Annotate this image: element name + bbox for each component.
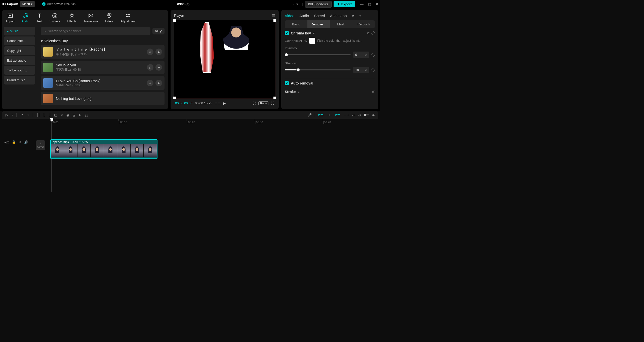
download-button[interactable]: ⬇ [155, 80, 162, 86]
add-button[interactable]: ＋ [155, 64, 162, 71]
chroma-checkbox[interactable]: ✓ [285, 31, 289, 35]
preview-icon[interactable]: ▭ [352, 113, 355, 117]
tab-text[interactable]: Text [36, 13, 43, 23]
keyframe-icon[interactable] [371, 68, 376, 72]
inspector-tab-more[interactable]: A [352, 14, 354, 18]
timeline-ruler[interactable]: 00:00 |00:10 |00:20 |00:30 |00:40 [50, 119, 378, 126]
play-button[interactable]: ▶ [223, 101, 226, 106]
layout-icon[interactable]: ▭▾ [291, 2, 300, 6]
magnet-main-icon[interactable]: ⊏⊐ [318, 113, 324, 117]
close-button[interactable]: ✕ [376, 2, 378, 6]
favorite-button[interactable]: ☆ [147, 80, 153, 86]
inspector-tab-speed[interactable]: Speed [314, 14, 325, 18]
sub-tab-mask[interactable]: Mask [330, 20, 352, 28]
trim-right-tool[interactable]: ⎦ [49, 113, 51, 117]
zoom-out-icon[interactable]: ⊖ [358, 113, 361, 117]
minimize-button[interactable]: — [360, 2, 364, 6]
tab-stickers[interactable]: Stickers [50, 13, 60, 23]
zoom-slider[interactable] [364, 114, 369, 115]
align-icon[interactable]: ⊢⊣ [344, 113, 349, 117]
chevron-down-icon[interactable]: ▾ [313, 31, 315, 35]
rotate-tool[interactable]: ↻ [79, 113, 82, 117]
reset-icon[interactable]: ↺ [372, 90, 375, 94]
inspector-tab-video[interactable]: Video [285, 14, 294, 18]
search-input[interactable]: ⌕ Search songs or artists [41, 27, 150, 35]
undo-button[interactable]: ↶ [20, 113, 23, 117]
track-row[interactable]: Say love you罗艺歆Elsa · 00:38 ☆＋ [41, 61, 165, 74]
frame-step-icon[interactable]: ≣≣ [215, 101, 220, 105]
track-row[interactable]: Nothing but Love (Lofi) [41, 92, 165, 105]
chevron-up-icon[interactable]: ▴ [298, 90, 300, 94]
cover-button[interactable]: ✎ Cover [36, 140, 45, 150]
shadow-slider[interactable] [285, 69, 351, 70]
keyframe-icon[interactable] [371, 31, 376, 35]
clip-thumbnails [51, 144, 157, 157]
tab-audio[interactable]: Audio [22, 13, 29, 23]
sidebar-item-sound-effects[interactable]: Sound effe... [4, 36, 35, 45]
export-button[interactable]: ⬆ Export [334, 1, 355, 7]
favorite-button[interactable]: ☆ [147, 64, 153, 71]
scale-icon[interactable]: ⛶ [253, 101, 256, 105]
overflow-icon[interactable]: » [359, 14, 361, 18]
shortcuts-button[interactable]: ⌨ Shortcuts [305, 1, 332, 8]
text-icon [36, 13, 43, 19]
sidebar-item-extract-audio[interactable]: Extract audio [4, 56, 35, 65]
inspector-tab-animation[interactable]: Animation [330, 14, 347, 18]
visibility-icon[interactable]: 👁 [18, 140, 22, 144]
filter-all-button[interactable]: All ⚲ [152, 28, 165, 34]
keyframe-icon[interactable] [371, 53, 376, 57]
fullscreen-button[interactable]: ⛶ [271, 101, 274, 105]
cursor-tool[interactable]: ▷ [6, 113, 8, 117]
sidebar-item-music[interactable]: ▸ Music [4, 27, 35, 35]
inspector-tab-audio[interactable]: Audio [299, 14, 309, 18]
mute-icon[interactable]: 🔊 [24, 140, 28, 144]
stroke-label: Stroke [285, 90, 296, 94]
split-tool[interactable]: ⎮⎮ [36, 113, 40, 117]
auto-removal-checkbox[interactable]: ✓ [285, 81, 289, 85]
check-icon: ✓ [42, 2, 46, 6]
mic-icon[interactable]: 🎤 [308, 113, 312, 117]
player-menu-icon[interactable]: ☰ [272, 14, 275, 18]
tab-adjustment[interactable]: Adjustment [120, 13, 136, 23]
eyedropper-icon[interactable]: ✎ [304, 39, 307, 43]
sub-tab-remove-bg[interactable]: Remove ... [307, 20, 330, 28]
redo-button[interactable]: ↷ [26, 113, 29, 117]
lock-icon[interactable]: 🔓 [12, 140, 16, 144]
tab-filters[interactable]: Filters [105, 13, 113, 23]
mirror-tool[interactable]: △ [73, 113, 75, 117]
sidebar-item-brand-music[interactable]: Brand music [4, 76, 35, 84]
sidebar-item-copyright[interactable]: Copyright [4, 46, 35, 55]
track-subtitle: Maher Zain · 01:00 [56, 83, 144, 87]
tab-import[interactable]: Import [6, 13, 15, 23]
zoom-in-icon[interactable]: ⊕ [372, 113, 375, 117]
sidebar-item-tiktok-sounds[interactable]: TikTok soun... [4, 66, 35, 75]
link-icon[interactable]: ⊏⊐ [335, 113, 341, 117]
trim-left-tool[interactable]: ⎣ [44, 113, 45, 117]
magnet-icon[interactable]: ⊣⊢ [327, 113, 332, 117]
menu-button[interactable]: Menu ▾ [20, 1, 35, 7]
reset-icon[interactable]: ↺ [367, 31, 370, 35]
maximize-button[interactable]: ▢ [368, 2, 371, 6]
player-viewport[interactable] [174, 20, 275, 98]
tab-transitions[interactable]: Transitions [84, 13, 98, 23]
ratio-button[interactable]: Ratio [258, 101, 268, 105]
chevron-down-icon[interactable]: ▾ [12, 114, 13, 116]
track-row[interactable]: Ｖａｌｅｎｔｉｎｅ【Redone】幸子小姐拜托了 · 03:15 ☆⬇ [41, 45, 165, 59]
reverse-tool[interactable]: ◉ [66, 113, 69, 117]
color-swatch[interactable] [309, 38, 315, 44]
crop-tool[interactable]: ⬚ [85, 113, 88, 117]
download-button[interactable]: ⬇ [155, 49, 162, 55]
track-row[interactable]: I Love You So (Bonus Track)Maher Zain · … [41, 76, 165, 90]
intensity-value[interactable]: 0▴▾ [353, 52, 369, 58]
tab-effects[interactable]: Effects [67, 13, 76, 23]
sub-tab-retouch[interactable]: Retouch [352, 20, 375, 28]
intensity-slider[interactable] [285, 54, 351, 55]
delete-tool[interactable]: ▢ [54, 113, 57, 117]
shadow-value[interactable]: 18▴▾ [353, 67, 369, 73]
copy-tool[interactable]: ⧉ [61, 113, 63, 117]
sub-tab-basic[interactable]: Basic [285, 20, 307, 28]
video-clip[interactable]: speech.mp4 00:00:15:25 [50, 139, 157, 159]
favorite-button[interactable]: ☆ [147, 49, 153, 55]
timeline-tracks[interactable]: speech.mp4 00:00:15:25 [50, 126, 378, 198]
preview-toggle-icon[interactable]: ▸▢ [5, 140, 9, 144]
